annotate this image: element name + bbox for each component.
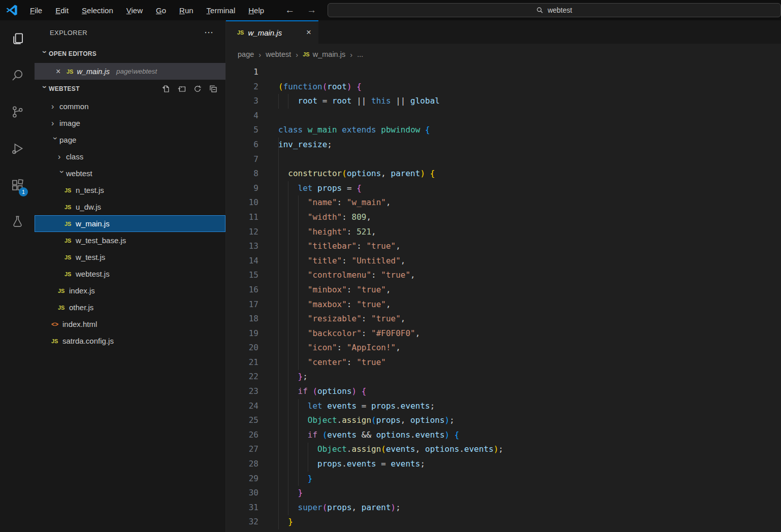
code-line-3[interactable]: 3 root = root || this || global bbox=[226, 94, 781, 109]
breadcrumb-item-page[interactable]: page bbox=[238, 50, 254, 58]
tree-item-w_test.js[interactable]: JSw_test.js bbox=[35, 249, 225, 265]
tree-item-w_main.js[interactable]: JSw_main.js bbox=[35, 215, 225, 232]
code-line-19[interactable]: 19 "backcolor": "#F0F0F0", bbox=[226, 326, 781, 341]
menu-run[interactable]: Run bbox=[173, 4, 200, 17]
tab-w_main[interactable]: JS w_main.js × bbox=[226, 20, 318, 44]
code-line-9[interactable]: 9 let props = { bbox=[226, 181, 781, 196]
code-line-17[interactable]: 17 "maxbox": "true", bbox=[226, 297, 781, 312]
code-line-31[interactable]: 31 super(props, parent); bbox=[226, 501, 781, 515]
code-line-6[interactable]: 6inv_resize; bbox=[226, 138, 781, 152]
more-actions-icon[interactable]: ⋯ bbox=[204, 27, 214, 38]
tree-item-image[interactable]: ›image bbox=[35, 115, 225, 131]
code-text: super(props, parent); bbox=[258, 501, 401, 515]
run-debug-icon[interactable] bbox=[0, 130, 35, 167]
code-line-11[interactable]: 11 "width": 809, bbox=[226, 210, 781, 225]
code-line-15[interactable]: 15 "controlmenu": "true", bbox=[226, 268, 781, 283]
workspace-header[interactable]: › WEBTEST bbox=[35, 80, 225, 98]
code-text: w_resize() { bbox=[258, 529, 347, 532]
code-text: } bbox=[258, 515, 293, 529]
code-line-27[interactable]: 27 Object.assign(events, options.events)… bbox=[226, 442, 781, 457]
code-line-13[interactable]: 13 "titlebar": "true", bbox=[226, 239, 781, 254]
code-line-8[interactable]: 8 constructor(options, parent) { bbox=[226, 167, 781, 181]
chevron-down-icon: › bbox=[57, 170, 67, 178]
code-line-24[interactable]: 24 let events = props.events; bbox=[226, 399, 781, 414]
code-line-25[interactable]: 25 Object.assign(props, options); bbox=[226, 413, 781, 428]
line-number: 27 bbox=[226, 442, 258, 457]
tree-item-common[interactable]: ›common bbox=[35, 98, 225, 115]
tree-item-class[interactable]: ›class bbox=[35, 148, 225, 165]
source-control-icon[interactable] bbox=[0, 93, 35, 130]
code-line-29[interactable]: 29 } bbox=[226, 472, 781, 486]
extensions-icon[interactable]: 1 bbox=[0, 167, 35, 203]
open-editor-name: w_main.js bbox=[77, 68, 109, 76]
tree-item-webtest[interactable]: ›webtest bbox=[35, 165, 225, 182]
code-text: if (events && options.events) { bbox=[258, 428, 459, 443]
menu-help[interactable]: Help bbox=[242, 4, 271, 17]
tree-item-label: w_test.js bbox=[76, 253, 105, 261]
menu-file[interactable]: File bbox=[23, 4, 49, 17]
code-line-28[interactable]: 28 props.events = events; bbox=[226, 457, 781, 472]
breadcrumb-item-webtest[interactable]: webtest bbox=[266, 50, 291, 58]
menu-view[interactable]: View bbox=[120, 4, 149, 17]
breadcrumb-label: page bbox=[238, 50, 254, 58]
search-sidebar-icon[interactable] bbox=[0, 57, 35, 93]
code-area[interactable]: 12(function(root) {3 root = root || this… bbox=[226, 65, 781, 532]
code-text: constructor(options, parent) { bbox=[258, 167, 435, 181]
menu-terminal[interactable]: Terminal bbox=[200, 4, 242, 17]
tree-item-u_dw.js[interactable]: JSu_dw.js bbox=[35, 198, 225, 215]
tree-item-other.js[interactable]: JSother.js bbox=[35, 299, 225, 316]
testing-icon[interactable] bbox=[0, 203, 35, 240]
code-line-5[interactable]: 5class w_main extends pbwindow { bbox=[226, 123, 781, 138]
code-line-20[interactable]: 20 "icon": "AppIcon!", bbox=[226, 341, 781, 355]
editor-group: JS w_main.js × page›webtest›JSw_main.js›… bbox=[226, 20, 781, 532]
code-line-4[interactable]: 4 bbox=[226, 109, 781, 123]
breadcrumb-item-w_mainjs[interactable]: JSw_main.js bbox=[303, 50, 345, 58]
menu-edit[interactable]: Edit bbox=[49, 4, 75, 17]
menu-selection[interactable]: Selection bbox=[75, 4, 120, 17]
code-text: "controlmenu": "true", bbox=[258, 268, 415, 283]
code-line-21[interactable]: 21 "center": "true" bbox=[226, 355, 781, 370]
new-file-icon[interactable] bbox=[162, 85, 170, 93]
tree-item-satrda.config.js[interactable]: JSsatrda.config.js bbox=[35, 332, 225, 349]
tree-item-webtest.js[interactable]: JSwebtest.js bbox=[35, 265, 225, 282]
breadcrumb-item-[interactable]: ... bbox=[357, 50, 363, 58]
code-line-33[interactable]: 33 w_resize() { bbox=[226, 529, 781, 532]
js-file-icon: JS bbox=[64, 187, 76, 193]
forward-icon[interactable]: → bbox=[307, 5, 316, 16]
close-icon[interactable]: × bbox=[56, 67, 63, 76]
code-line-23[interactable]: 23 if (options) { bbox=[226, 384, 781, 399]
code-line-26[interactable]: 26 if (events && options.events) { bbox=[226, 428, 781, 443]
collapse-all-icon[interactable] bbox=[209, 85, 217, 93]
code-line-1[interactable]: 1 bbox=[226, 65, 781, 80]
new-folder-icon[interactable] bbox=[178, 85, 186, 93]
code-line-16[interactable]: 16 "minbox": "true", bbox=[226, 283, 781, 297]
line-number: 22 bbox=[226, 370, 258, 384]
code-line-18[interactable]: 18 "resizable": "true", bbox=[226, 312, 781, 326]
explorer-icon[interactable] bbox=[0, 20, 35, 57]
tree-item-label: common bbox=[59, 102, 89, 111]
code-line-7[interactable]: 7 bbox=[226, 152, 781, 167]
tree-item-index.js[interactable]: JSindex.js bbox=[35, 282, 225, 299]
tree-item-index.html[interactable]: <>index.html bbox=[35, 316, 225, 332]
open-editors-header[interactable]: › OPEN EDITORS bbox=[35, 45, 225, 63]
back-icon[interactable]: ← bbox=[285, 5, 295, 16]
code-text bbox=[258, 65, 278, 80]
open-editor-item-w_main[interactable]: × JS w_main.js page\webtest bbox=[35, 63, 225, 80]
code-text: "width": 809, bbox=[258, 210, 371, 225]
code-line-12[interactable]: 12 "height": 521, bbox=[226, 225, 781, 240]
close-icon[interactable]: × bbox=[306, 27, 311, 38]
command-search-input[interactable]: webtest bbox=[328, 3, 781, 17]
code-line-22[interactable]: 22 }; bbox=[226, 370, 781, 384]
refresh-icon[interactable] bbox=[193, 85, 202, 93]
code-line-14[interactable]: 14 "title": "Untitled", bbox=[226, 254, 781, 269]
code-line-10[interactable]: 10 "name": "w_main", bbox=[226, 195, 781, 210]
tree-item-n_test.js[interactable]: JSn_test.js bbox=[35, 182, 225, 198]
tree-item-w_test_base.js[interactable]: JSw_test_base.js bbox=[35, 232, 225, 249]
tree-item-label: satrda.config.js bbox=[62, 337, 114, 345]
code-line-2[interactable]: 2(function(root) { bbox=[226, 80, 781, 94]
menu-go[interactable]: Go bbox=[149, 4, 173, 17]
code-line-32[interactable]: 32 } bbox=[226, 515, 781, 529]
code-text: } bbox=[258, 486, 303, 501]
code-line-30[interactable]: 30 } bbox=[226, 486, 781, 501]
tree-item-page[interactable]: ›page bbox=[35, 131, 225, 148]
